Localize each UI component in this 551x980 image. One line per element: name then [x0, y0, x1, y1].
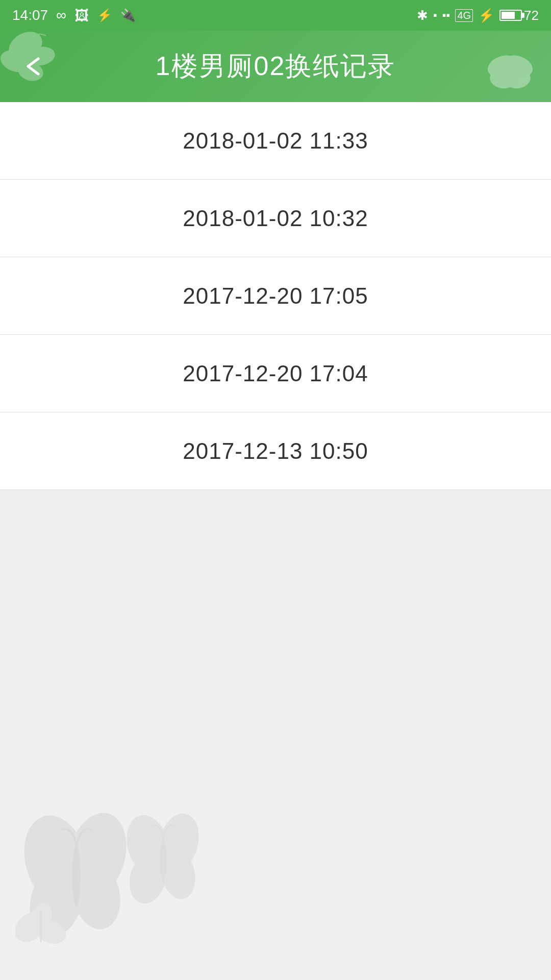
list-item[interactable]: 2017-12-13 10:50 — [0, 412, 551, 490]
svg-point-9 — [507, 62, 513, 81]
infinity-icon: ∞ — [56, 7, 66, 23]
empty-area — [0, 490, 551, 980]
status-bar: 14:07 ∞ 🖼 ⚡ 🔌 ✱ ▪ ▪▪ 4G ⚡ 72 — [0, 0, 551, 31]
bluetooth-icon: ✱ — [417, 8, 428, 23]
usb-icon: ⚡ — [97, 8, 112, 22]
person-icon: 🔌 — [120, 8, 136, 22]
battery-container: 72 — [499, 8, 539, 23]
watermark-butterfly — [15, 784, 209, 947]
watermark — [15, 784, 209, 949]
battery-level: 72 — [524, 8, 539, 23]
back-button[interactable] — [15, 48, 51, 84]
list-item[interactable]: 2017-12-20 17:05 — [0, 257, 551, 335]
list-item[interactable]: 2018-01-02 11:33 — [0, 102, 551, 180]
signal-icon: ▪▪ — [442, 9, 450, 22]
sim-icon: ▪ — [433, 9, 437, 22]
list-item[interactable]: 2018-01-02 10:32 — [0, 180, 551, 257]
svg-point-19 — [160, 838, 166, 884]
status-right: ✱ ▪ ▪▪ 4G ⚡ 72 — [417, 8, 539, 23]
list-item[interactable]: 2017-12-20 17:04 — [0, 335, 551, 412]
back-arrow-icon — [20, 54, 46, 79]
svg-point-14 — [72, 845, 81, 906]
battery-fill — [502, 12, 515, 19]
record-datetime-3: 2017-12-20 17:05 — [183, 283, 368, 309]
status-time: 14:07 — [12, 7, 48, 23]
record-datetime-4: 2017-12-20 17:04 — [183, 361, 368, 386]
4g-icon: 4G — [455, 9, 473, 22]
bolt-icon: ⚡ — [478, 8, 494, 23]
app-bar: 1楼男厕02换纸记录 — [0, 31, 551, 102]
record-datetime-2: 2018-01-02 10:32 — [183, 206, 368, 231]
records-list: 2018-01-02 11:33 2018-01-02 10:32 2017-1… — [0, 102, 551, 490]
record-datetime-5: 2017-12-13 10:50 — [183, 438, 368, 464]
image-icon: 🖼 — [74, 7, 89, 24]
record-datetime-1: 2018-01-02 11:33 — [183, 128, 368, 154]
app-bar-title: 1楼男厕02换纸记录 — [51, 48, 500, 84]
status-left: 14:07 ∞ 🖼 ⚡ 🔌 — [12, 7, 136, 24]
battery-icon — [499, 10, 522, 21]
